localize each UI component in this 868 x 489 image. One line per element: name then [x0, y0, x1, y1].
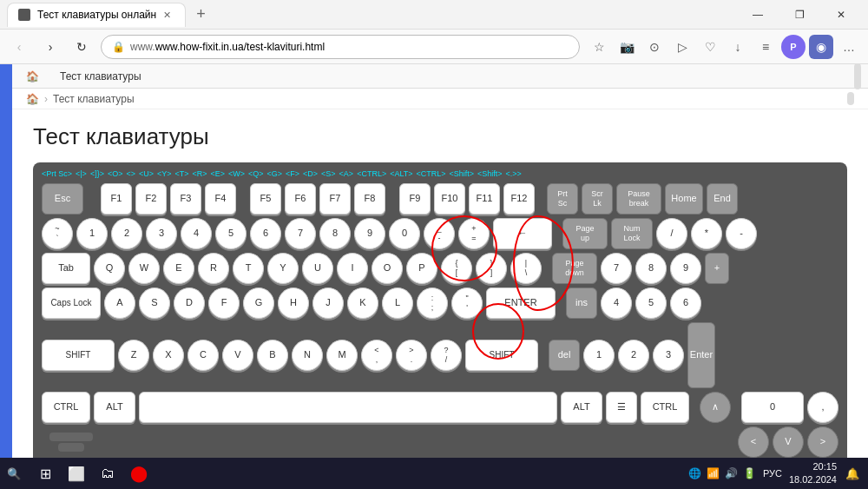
key-minus[interactable]: _- — [424, 218, 455, 249]
key-num0[interactable]: 0 — [741, 392, 804, 423]
key-i[interactable]: I — [337, 253, 368, 284]
key-g[interactable]: G — [243, 287, 274, 319]
key-w[interactable]: W — [128, 253, 160, 284]
key-tilde[interactable]: ~` — [42, 218, 73, 249]
key-num-star[interactable]: * — [691, 218, 722, 249]
key-f1[interactable]: F1 — [101, 183, 132, 215]
key-o[interactable]: O — [372, 253, 403, 284]
key-f5[interactable]: F5 — [250, 183, 281, 215]
key-shift-left[interactable]: SHIFT — [42, 340, 115, 371]
key-num3[interactable]: 3 — [653, 340, 684, 371]
key-rbracket[interactable]: }] — [476, 253, 507, 284]
key-shift-right[interactable]: SHIFT — [465, 340, 538, 371]
key-f10[interactable]: F10 — [434, 183, 465, 215]
key-comma[interactable]: <, — [361, 340, 392, 371]
key-num-slash[interactable]: / — [656, 218, 687, 249]
key-4[interactable]: 4 — [181, 218, 212, 249]
key-arrow-left[interactable]: < — [738, 426, 769, 458]
key-alt-right[interactable]: ALT — [561, 392, 602, 423]
history-icon[interactable]: ≡ — [753, 35, 778, 59]
key-ctrl-left[interactable]: CTRL — [42, 392, 90, 423]
key-quote[interactable]: "' — [451, 287, 483, 319]
key-k[interactable]: K — [347, 287, 378, 319]
key-alt-left[interactable]: ALT — [94, 392, 135, 423]
play-icon[interactable]: ▷ — [670, 35, 694, 59]
key-0[interactable]: 0 — [389, 218, 420, 249]
settings-icon[interactable]: ⊙ — [642, 35, 667, 59]
key-e[interactable]: E — [163, 253, 194, 284]
key-x[interactable]: X — [153, 340, 184, 371]
key-f6[interactable]: F6 — [285, 183, 316, 215]
taskbar-file-icon[interactable]: 🗂 — [95, 461, 120, 486]
key-num1[interactable]: 1 — [583, 340, 615, 371]
breadcrumb-home-icon[interactable]: 🏠 — [26, 93, 39, 105]
key-pause[interactable]: Pausebreak — [616, 183, 661, 215]
key-n[interactable]: N — [292, 340, 323, 371]
key-z[interactable]: Z — [118, 340, 149, 371]
key-esc[interactable]: Esc — [42, 183, 83, 215]
key-num-minus[interactable]: - — [726, 218, 757, 249]
key-l[interactable]: L — [382, 287, 413, 319]
key-num-dot[interactable]: , — [807, 392, 838, 423]
key-backspace[interactable]: ← — [493, 218, 552, 249]
key-f8[interactable]: F8 — [354, 183, 385, 215]
key-arrow-down[interactable]: V — [773, 426, 804, 458]
key-menu[interactable]: ☰ — [606, 392, 637, 423]
key-num9[interactable]: 9 — [670, 253, 701, 284]
key-1[interactable]: 1 — [76, 218, 108, 249]
key-lbracket[interactable]: {[ — [441, 253, 472, 284]
extension-icon[interactable]: ◉ — [809, 35, 833, 59]
tab-close-button[interactable]: ✕ — [163, 10, 171, 21]
taskbar-start-icon[interactable]: ⊞ — [33, 461, 57, 486]
key-p[interactable]: P — [406, 253, 437, 284]
key-space[interactable] — [139, 392, 557, 423]
active-tab[interactable]: Тест клавиатуры онлайн ✕ — [7, 3, 186, 27]
key-d[interactable]: D — [174, 287, 205, 319]
key-arrow-right[interactable]: > — [807, 426, 838, 458]
key-ctrl-right[interactable]: CTRL — [641, 392, 689, 423]
key-a[interactable]: A — [104, 287, 135, 319]
key-arrow-up[interactable]: ∧ — [700, 392, 731, 423]
taskbar-task-view[interactable]: ⬜ — [64, 461, 89, 486]
key-ins[interactable]: ins — [566, 287, 597, 319]
key-num-enter[interactable]: Enter — [687, 322, 715, 388]
restore-button[interactable]: ❐ — [779, 0, 819, 30]
key-num-plus[interactable]: + — [705, 253, 729, 284]
key-9[interactable]: 9 — [354, 218, 385, 249]
key-u[interactable]: U — [302, 253, 333, 284]
bookmark-test[interactable]: Тест клавиатуры — [53, 69, 148, 84]
key-num6[interactable]: 6 — [670, 287, 701, 319]
key-f9[interactable]: F9 — [399, 183, 431, 215]
key-del[interactable]: del — [549, 340, 580, 371]
key-end[interactable]: End — [707, 183, 738, 215]
taskbar-opera-icon[interactable]: ⬤ — [127, 461, 151, 486]
key-backslash[interactable]: |\ — [510, 253, 542, 284]
key-num8[interactable]: 8 — [635, 253, 667, 284]
taskbar-search[interactable]: 🔍 — [7, 467, 21, 480]
key-f11[interactable]: F11 — [469, 183, 500, 215]
key-b[interactable]: B — [257, 340, 288, 371]
minimize-button[interactable]: — — [738, 0, 778, 30]
key-r[interactable]: R — [198, 253, 229, 284]
key-semicolon[interactable]: :; — [417, 287, 448, 319]
key-pageup[interactable]: Pageup — [562, 218, 608, 249]
key-y[interactable]: Y — [267, 253, 299, 284]
key-6[interactable]: 6 — [250, 218, 281, 249]
key-3[interactable]: 3 — [146, 218, 177, 249]
key-home[interactable]: Home — [665, 183, 703, 215]
key-7[interactable]: 7 — [285, 218, 316, 249]
refresh-button[interactable]: ↻ — [69, 35, 94, 59]
bookmark-home[interactable]: 🏠 — [19, 69, 46, 84]
key-num5[interactable]: 5 — [635, 287, 667, 319]
menu-icon[interactable]: … — [837, 35, 861, 59]
key-capslock[interactable]: Caps Lock — [42, 287, 101, 319]
collections-icon[interactable]: 📷 — [615, 35, 639, 59]
download-icon[interactable]: ↓ — [726, 35, 750, 59]
key-f[interactable]: F — [208, 287, 240, 319]
key-t[interactable]: T — [233, 253, 264, 284]
key-j[interactable]: J — [312, 287, 344, 319]
key-equals[interactable]: += — [458, 218, 490, 249]
key-scrlk[interactable]: ScrLk — [582, 183, 613, 215]
key-period[interactable]: >. — [396, 340, 427, 371]
key-m[interactable]: M — [326, 340, 358, 371]
